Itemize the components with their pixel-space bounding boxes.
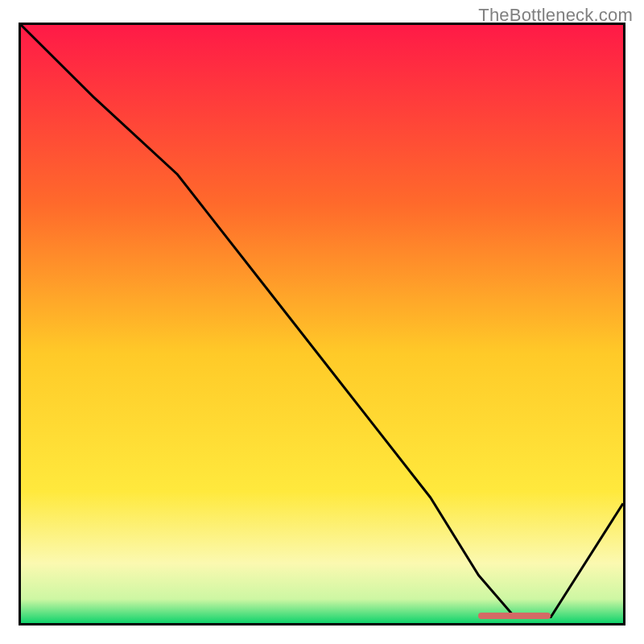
optimal-range-marker bbox=[478, 613, 551, 619]
chart-frame bbox=[19, 23, 625, 625]
chart-line-series bbox=[21, 25, 623, 623]
chart-root: TheBottleneck.com bbox=[0, 0, 644, 644]
